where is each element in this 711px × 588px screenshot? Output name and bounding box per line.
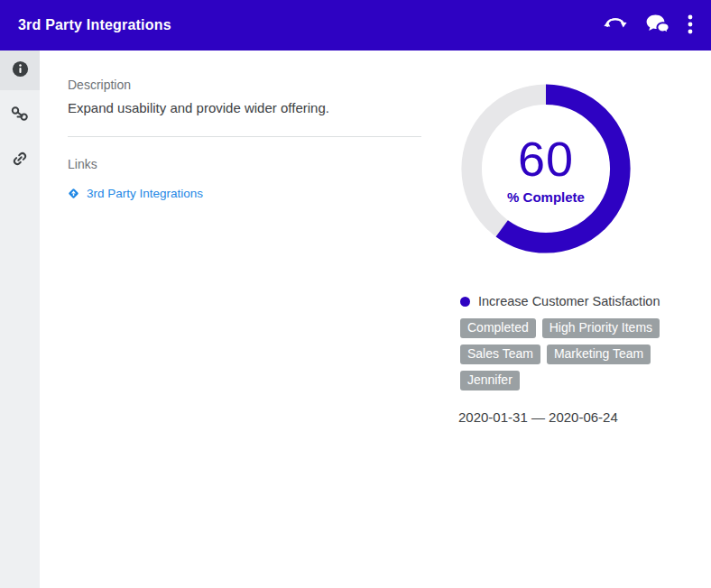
main-content: Description Expand usability and provide…	[40, 51, 711, 588]
comments-button[interactable]	[643, 11, 672, 41]
chart-legend: Increase Customer Satisfaction	[460, 294, 674, 308]
tag-chip: Jennifer	[460, 371, 520, 390]
app-body: Description Expand usability and provide…	[0, 51, 711, 588]
date-range: 2020-01-31 — 2020-06-24	[458, 409, 674, 425]
description-label: Description	[68, 78, 421, 92]
page-title: 3rd Party Integrations	[18, 17, 171, 33]
info-icon	[12, 60, 29, 81]
tag-list: CompletedHigh Priority ItemsSales TeamMa…	[460, 318, 672, 390]
header-actions	[601, 11, 695, 41]
sidebar-item-links[interactable]	[0, 141, 40, 180]
progress-panel: 60 % Complete Increase Customer Satisfac…	[456, 78, 674, 588]
sidebar	[0, 51, 40, 588]
tag-chip: High Priority Items	[542, 318, 660, 338]
chat-icon	[645, 13, 670, 39]
percent-complete-value: 60	[518, 134, 574, 183]
legend-dot	[460, 297, 470, 307]
kebab-menu-icon	[688, 14, 693, 38]
percent-complete-label: % Complete	[507, 189, 585, 205]
donut-center: 60 % Complete	[457, 80, 634, 257]
progress-donut-chart: 60 % Complete	[457, 80, 634, 257]
diamond-objective-icon	[68, 188, 79, 199]
tag-chip: Marketing Team	[547, 345, 651, 364]
overflow-menu-button[interactable]	[686, 12, 695, 40]
relations-icon	[10, 105, 30, 126]
details-panel: Description Expand usability and provide…	[68, 78, 421, 588]
links-label: Links	[68, 157, 421, 171]
section-divider	[68, 136, 421, 137]
description-text: Expand usability and provide wider offer…	[68, 100, 421, 116]
sidebar-item-info[interactable]	[0, 51, 40, 90]
linked-item[interactable]: 3rd Party Integrations	[68, 187, 421, 200]
tag-chip: Completed	[460, 318, 536, 338]
app-header: 3rd Party Integrations	[0, 0, 711, 51]
tag-chip: Sales Team	[460, 345, 540, 364]
sidebar-item-relations[interactable]	[0, 96, 40, 135]
link-icon	[11, 150, 29, 171]
linked-item-label[interactable]: 3rd Party Integrations	[87, 187, 203, 200]
sync-button[interactable]	[601, 12, 630, 40]
sync-icon	[603, 14, 628, 38]
legend-label: Increase Customer Satisfaction	[478, 294, 660, 308]
